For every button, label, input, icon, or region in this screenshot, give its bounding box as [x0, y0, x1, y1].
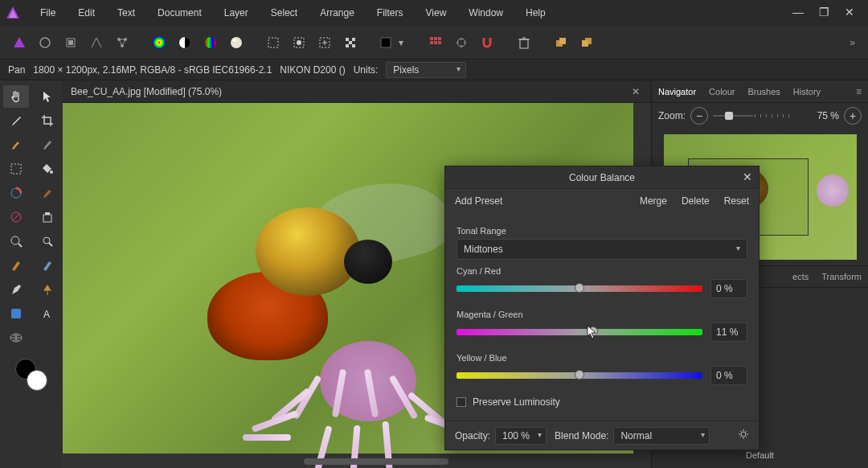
- gradient-tool[interactable]: [3, 206, 29, 228]
- blend-mode-dropdown[interactable]: Normal: [613, 427, 710, 445]
- paint-tool[interactable]: [3, 182, 29, 204]
- preserve-luminosity-checkbox[interactable]: [457, 397, 466, 407]
- persona-liquify-icon[interactable]: [34, 31, 56, 54]
- yellow-blue-label: Yellow / Blue: [457, 353, 747, 363]
- menu-layer[interactable]: Layer: [213, 2, 260, 23]
- menu-arrange[interactable]: Arrange: [309, 2, 366, 23]
- pixel-icon[interactable]: [339, 31, 362, 54]
- yellow-blue-slider[interactable]: [457, 372, 702, 379]
- zoom-in-button[interactable]: +: [844, 107, 862, 125]
- marquee-rect-icon[interactable]: [262, 31, 285, 54]
- opacity-dropdown[interactable]: 100 %: [495, 427, 547, 445]
- arrange-front-icon[interactable]: [550, 31, 572, 54]
- tab-transform[interactable]: Transform: [821, 272, 862, 281]
- magenta-green-slider[interactable]: [457, 329, 702, 335]
- menu-edit[interactable]: Edit: [67, 2, 106, 23]
- tab-brushes[interactable]: Brushes: [747, 87, 780, 96]
- add-preset-button[interactable]: Add Preset: [455, 195, 502, 207]
- persona-export-icon[interactable]: [111, 31, 133, 54]
- canvas-h-scrollbar[interactable]: [304, 458, 448, 465]
- dialog-settings-icon[interactable]: [738, 429, 749, 442]
- brush-tool[interactable]: [3, 133, 29, 156]
- units-dropdown[interactable]: Pixels: [386, 62, 466, 78]
- shape-tool[interactable]: [3, 302, 29, 325]
- app-logo-icon: [5, 5, 21, 21]
- menu-view[interactable]: View: [415, 2, 458, 23]
- zoom-out-button[interactable]: −: [690, 107, 708, 125]
- maximize-button[interactable]: ❐: [817, 6, 831, 20]
- text-tool[interactable]: A: [35, 302, 60, 325]
- color-swatch[interactable]: [15, 359, 47, 391]
- marquee-tool[interactable]: [3, 158, 29, 180]
- preserve-luminosity-label: Preserve Luminosity: [473, 396, 560, 408]
- clone-tool[interactable]: [35, 206, 60, 228]
- dialog-titlebar[interactable]: Colour Balance ✕: [445, 166, 759, 189]
- svg-rect-23: [381, 38, 391, 47]
- menu-select[interactable]: Select: [260, 2, 309, 23]
- minimize-button[interactable]: —: [791, 6, 805, 20]
- magnet-icon[interactable]: [476, 31, 498, 54]
- svg-text:A: A: [43, 309, 50, 320]
- cyan-red-value[interactable]: 0 %: [710, 279, 747, 298]
- menu-file[interactable]: File: [29, 2, 67, 23]
- dialog-close-button[interactable]: ✕: [743, 170, 752, 183]
- foreground-color-swatch[interactable]: [27, 370, 47, 391]
- eyedropper-tool[interactable]: [3, 109, 29, 132]
- bucket-tool[interactable]: [35, 158, 60, 180]
- panel-menu-icon[interactable]: ≡: [856, 86, 862, 97]
- tool-mode-label: Pan: [8, 64, 25, 76]
- vector-pen-tool[interactable]: [35, 278, 60, 301]
- svg-rect-41: [11, 309, 21, 318]
- pen-tool[interactable]: [3, 278, 29, 301]
- magenta-green-value[interactable]: 11 %: [710, 322, 747, 342]
- hue-wheel-icon[interactable]: [199, 31, 222, 54]
- swatch-dropdown[interactable]: ▾: [376, 31, 410, 54]
- menu-help[interactable]: Help: [514, 2, 557, 23]
- yellow-blue-value[interactable]: 0 %: [710, 366, 747, 385]
- navigator-zoom-row: Zoom: − 75 % +: [652, 103, 868, 129]
- delete-button[interactable]: Delete: [682, 195, 710, 207]
- selection-brush-tool[interactable]: [35, 133, 60, 156]
- zoom-slider[interactable]: [713, 115, 753, 117]
- menu-document[interactable]: Document: [146, 2, 213, 23]
- tonal-range-dropdown[interactable]: Midtones: [457, 239, 747, 260]
- tab-effects[interactable]: ects: [792, 272, 809, 281]
- snap-icon[interactable]: [450, 31, 473, 54]
- persona-photo-icon[interactable]: [8, 31, 31, 54]
- tab-history[interactable]: History: [793, 87, 821, 96]
- eraser-tool[interactable]: [35, 254, 60, 277]
- svg-rect-36: [582, 40, 588, 47]
- color-picker-icon[interactable]: [148, 31, 170, 54]
- persona-develop-icon[interactable]: [59, 31, 82, 54]
- menu-filters[interactable]: Filters: [366, 2, 415, 23]
- close-window-button[interactable]: ✕: [842, 6, 857, 20]
- sphere-icon[interactable]: [225, 31, 248, 54]
- cyan-red-slider[interactable]: [457, 285, 702, 292]
- menu-text[interactable]: Text: [106, 2, 146, 23]
- trash-icon[interactable]: [513, 31, 535, 54]
- merge-button[interactable]: Merge: [640, 195, 667, 207]
- document-close-button[interactable]: ✕: [628, 84, 643, 99]
- healing-tool[interactable]: [3, 254, 29, 277]
- persona-tone-icon[interactable]: [85, 31, 108, 54]
- toolbar-overflow-icon[interactable]: »: [846, 34, 860, 51]
- mesh-tool[interactable]: [3, 326, 29, 349]
- svg-point-11: [205, 37, 216, 48]
- dodge-tool[interactable]: [35, 230, 60, 252]
- hand-tool[interactable]: [3, 85, 29, 108]
- move-tool[interactable]: [35, 85, 60, 108]
- zoom-tool[interactable]: [3, 230, 29, 252]
- quick-mask-icon[interactable]: [288, 31, 310, 54]
- tab-navigator[interactable]: Navigator: [658, 87, 696, 96]
- document-tab[interactable]: Bee_CU_AA.jpg [Modified] (75.0%) ✕: [63, 80, 651, 103]
- bw-icon[interactable]: [174, 31, 196, 54]
- arrange-back-icon[interactable]: [575, 31, 598, 54]
- grid-align-icon[interactable]: [424, 31, 447, 54]
- reset-button[interactable]: Reset: [724, 195, 749, 207]
- svg-rect-21: [346, 44, 349, 47]
- smudge-tool[interactable]: [35, 182, 60, 204]
- menu-window[interactable]: Window: [457, 2, 514, 23]
- refine-icon[interactable]: [313, 31, 336, 54]
- crop-tool[interactable]: [35, 109, 60, 132]
- tab-colour[interactable]: Colour: [709, 87, 735, 96]
